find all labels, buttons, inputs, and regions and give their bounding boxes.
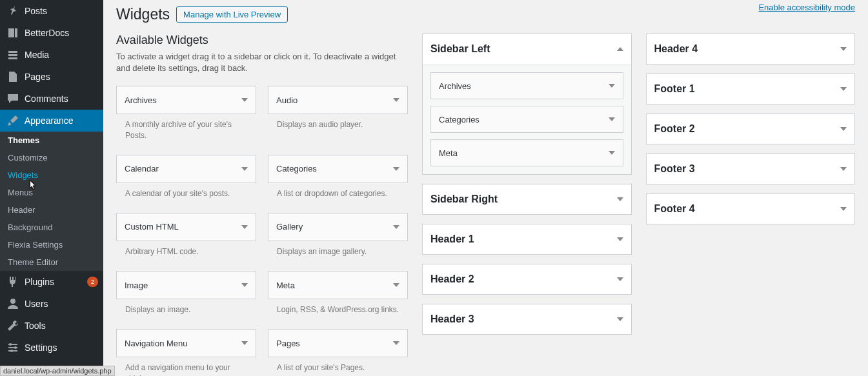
submenu-item-customize[interactable]: Customize [0, 149, 103, 166]
page-title: Widgets [116, 6, 170, 23]
submenu-item-flexia-settings[interactable]: Flexia Settings [0, 236, 103, 253]
available-widget-audio: Audio Displays an audio player. [268, 86, 408, 150]
chevron-down-icon [617, 237, 623, 241]
chevron-down-icon [840, 47, 847, 51]
menu-item-media[interactable]: Media [0, 44, 103, 66]
plug-icon [6, 275, 19, 288]
widget-area-header[interactable]: Header 3 [423, 304, 631, 334]
widget-description: A monthly archive of your site's Posts. [116, 114, 256, 150]
chevron-down-icon [241, 225, 248, 229]
menu-item-label: Media [25, 50, 98, 60]
menu-item-comments[interactable]: Comments [0, 88, 103, 110]
chevron-down-icon [840, 127, 847, 131]
widget-area-sidebar-right: Sidebar Right [422, 184, 632, 215]
widget-area-header[interactable]: Header 4 [647, 34, 855, 64]
available-widgets-intro: To activate a widget drag it to a sideba… [116, 51, 408, 74]
widget-area-footer-1: Footer 1 [646, 74, 856, 104]
submenu-item-background[interactable]: Background [0, 219, 103, 236]
available-widgets-column: Available Widgets To activate a widget d… [116, 34, 408, 376]
widget-box[interactable]: Custom HTML [116, 213, 256, 241]
widget-name: Navigation Menu [125, 339, 188, 348]
wrench-icon [6, 319, 19, 332]
widget-name: Archives [125, 95, 157, 105]
svg-point-3 [10, 350, 13, 352]
available-widget-image: Image Displays an image. [116, 271, 256, 325]
widget-area-title: Footer 2 [654, 123, 695, 135]
menu-item-label: Plugins [25, 277, 79, 287]
widget-area-header[interactable]: Footer 2 [647, 114, 855, 144]
svg-point-1 [9, 343, 12, 346]
menu-item-label: BetterDocs [25, 28, 98, 38]
available-widget-archives: Archives A monthly archive of your site'… [116, 86, 256, 150]
menu-item-plugins[interactable]: Plugins 2 [0, 271, 103, 293]
placed-widget-name: Categories [439, 115, 479, 124]
chevron-down-icon [393, 98, 399, 102]
widget-area-title: Footer 3 [654, 163, 695, 175]
browser-status-bar: daniel.local/wp-admin/widgets.php [0, 366, 115, 376]
placed-widget-meta[interactable]: Meta [430, 139, 623, 166]
widget-area-header[interactable]: Header 2 [423, 264, 631, 294]
placed-widget-categories[interactable]: Categories [430, 106, 623, 133]
menu-item-betterdocs[interactable]: BetterDocs [0, 22, 103, 44]
widget-area-header-1: Header 1 [422, 224, 632, 255]
widget-area-footer-4: Footer 4 [646, 193, 856, 224]
widget-description: Displays an image. [116, 299, 256, 325]
submenu-item-theme-editor[interactable]: Theme Editor [0, 253, 103, 271]
submenu-item-menus[interactable]: Menus [0, 184, 103, 201]
brush-icon [6, 114, 19, 127]
widget-box[interactable]: Calendar [116, 155, 256, 183]
widget-area-header[interactable]: Footer 3 [647, 154, 855, 184]
menu-item-label: Tools [25, 321, 98, 331]
widget-name: Categories [276, 164, 317, 173]
svg-point-0 [10, 299, 15, 304]
widget-box[interactable]: Image [116, 271, 256, 299]
available-widget-categories: Categories A list or dropdown of categor… [268, 155, 408, 209]
media-icon [6, 48, 19, 61]
widget-description: A list of your site's Pages. [268, 357, 408, 376]
widget-area-header[interactable]: Footer 4 [647, 194, 855, 224]
widget-area-header[interactable]: Sidebar Left [423, 34, 631, 64]
menu-item-posts[interactable]: Posts [0, 0, 103, 22]
widget-box[interactable]: Navigation Menu [116, 329, 256, 357]
widget-area-title: Header 1 [430, 233, 474, 245]
chevron-down-icon [840, 167, 847, 171]
widget-description: Arbitrary HTML code. [116, 241, 256, 267]
widget-area-title: Footer 4 [654, 203, 695, 215]
menu-item-settings[interactable]: Settings [0, 337, 103, 359]
submenu-item-themes[interactable]: Themes [0, 132, 103, 149]
widget-box[interactable]: Gallery [268, 213, 408, 241]
comment-icon [6, 92, 19, 105]
page-icon [6, 70, 19, 83]
available-widget-navigation-menu: Navigation Menu Add a navigation menu to… [116, 329, 256, 376]
widget-box[interactable]: Categories [268, 155, 408, 183]
widget-area-header[interactable]: Header 1 [423, 224, 631, 254]
menu-item-pages[interactable]: Pages [0, 66, 103, 88]
widget-description: Displays an audio player. [268, 114, 408, 140]
widget-description: Login, RSS, & WordPress.org links. [268, 299, 408, 325]
widget-area-body[interactable]: Archives Categories Meta [423, 64, 631, 174]
user-icon [6, 297, 19, 310]
live-preview-button[interactable]: Manage with Live Preview [176, 6, 288, 23]
widget-box[interactable]: Pages [268, 329, 408, 357]
menu-item-label: Posts [25, 6, 98, 16]
menu-item-appearance[interactable]: Appearance [0, 110, 103, 132]
chevron-down-icon [840, 87, 847, 91]
chevron-down-icon [393, 283, 399, 287]
widget-description: Displays an image gallery. [268, 241, 408, 267]
widget-area-header[interactable]: Footer 1 [647, 74, 855, 104]
widget-name: Custom HTML [125, 222, 179, 232]
placed-widget-archives[interactable]: Archives [430, 72, 623, 99]
available-widget-pages: Pages A list of your site's Pages. [268, 329, 408, 376]
accessibility-mode-link[interactable]: Enable accessibility mode [758, 3, 855, 12]
widget-area-header[interactable]: Sidebar Right [423, 184, 631, 214]
main-content: Enable accessibility mode Widgets Manage… [103, 0, 868, 376]
submenu-item-header[interactable]: Header [0, 201, 103, 219]
widget-area-header-3: Header 3 [422, 304, 632, 335]
submenu-item-widgets[interactable]: Widgets [0, 166, 103, 184]
widget-box[interactable]: Archives [116, 86, 256, 114]
widget-area-sidebar-left: Sidebar Left Archives Categories Meta [422, 34, 632, 175]
menu-item-users[interactable]: Users [0, 293, 103, 315]
menu-item-tools[interactable]: Tools [0, 315, 103, 337]
widget-box[interactable]: Audio [268, 86, 408, 114]
widget-box[interactable]: Meta [268, 271, 408, 299]
